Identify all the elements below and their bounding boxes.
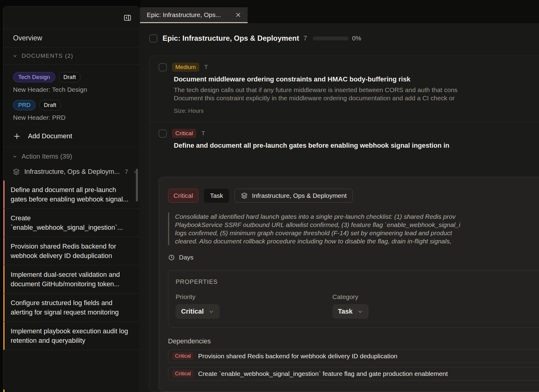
epic-pill: Infrastructure, Ops & Deployment — [235, 189, 353, 203]
close-icon[interactable] — [235, 12, 242, 18]
properties-box: PROPERTIES Priority Critical — [168, 270, 539, 328]
task-description: The tech design calls out that if any fu… — [174, 86, 539, 102]
epic-task-count: 7 — [303, 34, 307, 42]
dependency-row[interactable]: Critical Create `enable_webhook_signal_i… — [168, 367, 539, 380]
epic-group-label: Infrastructure, Ops & Deploym... — [24, 168, 120, 176]
add-document-label: Add Document — [28, 132, 72, 140]
priority-dropdown-value: Critical — [181, 308, 204, 315]
epic-group-row[interactable]: Infrastructure, Ops & Deploym... 7 — [3, 164, 139, 181]
list-item-label: Configure structured log fields and aler… — [11, 299, 119, 316]
documents-list: Tech Design Draft New Header: Tech Desig… — [3, 65, 139, 121]
priority-badge: Critical — [172, 370, 194, 378]
document-item[interactable]: Tech Design Draft New Header: Tech Desig… — [13, 72, 130, 93]
chevron-down-icon — [357, 309, 363, 315]
task-title: Document middleware ordering constraints… — [174, 75, 539, 83]
documents-section-heading[interactable]: DOCUMENTS (2) — [3, 47, 139, 65]
tab-epic[interactable]: Epic: Infrastructure, Ops... — [140, 7, 248, 23]
priority-stripe — [3, 237, 5, 265]
doc-status-badge: Draft — [59, 72, 81, 82]
epic-progress-percent: 0% — [352, 35, 361, 42]
category-pill: Task — [204, 189, 229, 203]
properties-heading: PROPERTIES — [176, 278, 539, 285]
doc-type-badge: PRD — [13, 100, 36, 110]
priority-dropdown[interactable]: Critical — [176, 304, 220, 319]
clock-icon — [168, 254, 175, 261]
priority-badge: Critical — [172, 129, 196, 138]
priority-badge: Critical — [172, 352, 194, 360]
document-item[interactable]: PRD Draft New Header: PRD — [13, 100, 130, 121]
list-item-label: Define and document all pre-launch gates… — [11, 186, 129, 203]
plus-icon — [13, 132, 21, 140]
sidebar: Overview DOCUMENTS (2) Tech Design Draft… — [3, 6, 140, 392]
list-item-label: Implement playbook execution audit log r… — [11, 327, 128, 344]
list-item[interactable]: Implement dual-secret validation and doc… — [3, 265, 139, 293]
doc-type-badge: Tech Design — [13, 72, 55, 82]
priority-stripe — [3, 294, 5, 322]
task-checkbox[interactable] — [159, 129, 167, 138]
task-type-letter: T — [204, 64, 208, 70]
layers-icon — [12, 168, 20, 176]
chevron-down-icon — [12, 154, 17, 159]
category-label: Category — [332, 293, 489, 301]
priority-pill: Critical — [168, 189, 198, 203]
dependencies-heading: Dependencies — [168, 337, 539, 345]
epic-progress-bar — [313, 36, 348, 40]
dependency-title: Provision shared Redis backend for webho… — [198, 352, 397, 360]
epic-title: Epic: Infrastructure, Ops & Deployment — [163, 34, 299, 43]
dependency-row[interactable]: Critical Provision shared Redis backend … — [168, 349, 539, 363]
epic-header: Epic: Infrastructure, Ops & Deployment 7… — [149, 34, 539, 43]
collapse-sidebar-icon[interactable] — [123, 13, 132, 22]
dependency-title: Create `enable_webhook_signal_ingestion`… — [198, 370, 448, 377]
list-item-label: Provision shared Redis backend for webho… — [11, 242, 116, 260]
action-items-section-heading[interactable]: Action Items (39) — [3, 147, 139, 164]
action-items-heading-label: Action Items (39) — [22, 153, 72, 160]
epic-group-count: 7 — [125, 168, 128, 175]
sidebar-scrollbar[interactable] — [136, 169, 138, 201]
effort-row: Days — [168, 254, 539, 261]
priority-stripe — [3, 209, 5, 237]
priority-stripe — [3, 390, 5, 392]
list-item-label: Create `enable_webhook_signal_ingestion`… — [11, 214, 123, 231]
document-title: New Header: Tech Design — [13, 86, 130, 93]
main-content: Epic: Infrastructure, Ops & Deployment 7… — [140, 23, 539, 392]
effort-label: Days — [179, 254, 194, 261]
list-item[interactable]: Provision shared Redis backend for webho… — [3, 237, 139, 265]
task-row[interactable]: Medium T Document middleware ordering co… — [149, 56, 539, 122]
add-document-button[interactable]: Add Document — [3, 128, 139, 147]
task-detail-description: Consolidate all identified hard launch g… — [168, 212, 539, 245]
list-item-label: Implement dual-secret validation and doc… — [11, 271, 120, 288]
tab-label: Epic: Infrastructure, Ops... — [147, 11, 221, 19]
priority-stripe — [3, 322, 5, 350]
overview-label: Overview — [13, 34, 42, 42]
list-item[interactable]: Configure structured log fields and aler… — [3, 293, 139, 322]
action-items-list: Define and document all pre-launch gates… — [3, 181, 139, 350]
chevron-down-icon — [12, 53, 17, 58]
task-title: Define and document all pre-launch gates… — [174, 142, 539, 150]
detail-badges: Critical Task Infrastructure, Ops & Depl… — [168, 189, 539, 203]
list-item[interactable]: Implement playbook execution audit log r… — [3, 322, 139, 350]
task-checkbox[interactable] — [159, 63, 167, 71]
task-detail-panel: Critical Task Infrastructure, Ops & Depl… — [159, 177, 539, 392]
list-item[interactable]: Create `enable_webhook_signal_ingestion`… — [3, 208, 139, 237]
priority-label: Priority — [176, 293, 332, 301]
category-dropdown-value: Task — [338, 308, 353, 315]
dependencies-section: Dependencies Critical Provision shared R… — [168, 337, 539, 380]
task-size: Size: Hours — [174, 108, 539, 114]
epic-checkbox[interactable] — [149, 34, 157, 43]
epic-pill-label: Infrastructure, Ops & Deployment — [252, 192, 347, 200]
priority-stripe — [3, 181, 5, 208]
document-title: New Header: PRD — [13, 114, 130, 121]
layers-icon — [241, 192, 248, 199]
sidebar-item-overview[interactable]: Overview — [3, 29, 139, 47]
chevron-down-icon — [208, 309, 214, 315]
priority-stripe — [3, 265, 5, 293]
documents-heading-label: DOCUMENTS (2) — [22, 53, 73, 59]
priority-badge: Medium — [172, 63, 199, 72]
task-list: Medium T Document middleware ordering co… — [149, 56, 539, 392]
sidebar-header — [3, 6, 139, 29]
list-item[interactable]: Define and document all pre-launch gates… — [3, 181, 139, 208]
doc-status-badge: Draft — [39, 100, 61, 110]
task-row[interactable]: Critical T Define and document all pre-l… — [149, 122, 539, 392]
category-dropdown[interactable]: Task — [332, 304, 369, 319]
task-type-letter: T — [201, 130, 205, 137]
